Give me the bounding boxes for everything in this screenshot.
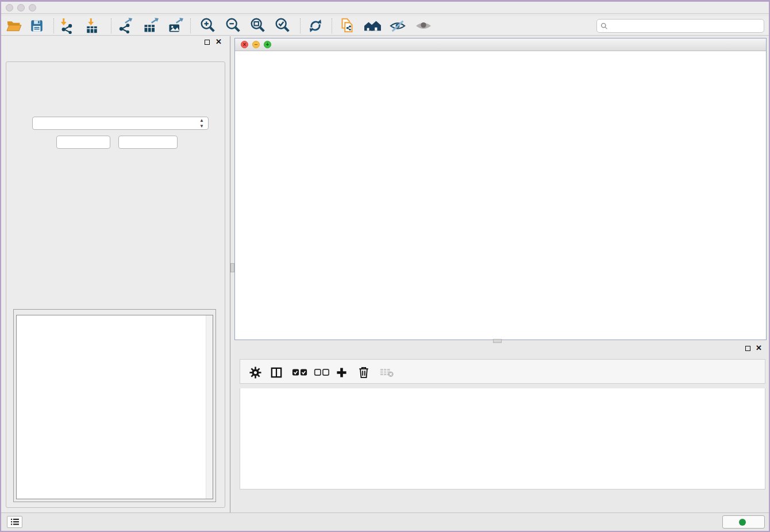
- network-canvas[interactable]: [235, 51, 766, 340]
- deselect-all-icon[interactable]: [314, 364, 330, 380]
- toolbar-separator: [332, 18, 332, 33]
- search-input[interactable]: [610, 22, 764, 30]
- memory-button[interactable]: [722, 515, 765, 529]
- fit-content-icon[interactable]: [249, 17, 267, 34]
- zoom-selected-icon[interactable]: [274, 17, 292, 34]
- refresh-icon[interactable]: [306, 17, 325, 34]
- houses-icon[interactable]: [363, 17, 382, 34]
- minimize-window-button[interactable]: [17, 4, 25, 11]
- main-toolbar: [0, 16, 770, 36]
- table-panel: ✕: [234, 342, 769, 512]
- mcds-result-group: [13, 309, 216, 502]
- delete-table-icon[interactable]: [380, 364, 394, 380]
- status-bar: [0, 512, 770, 531]
- close-table-panel-icon[interactable]: ✕: [756, 344, 762, 352]
- list-icon: [10, 518, 20, 526]
- float-panel-icon[interactable]: [205, 40, 210, 45]
- export-table-icon[interactable]: [141, 17, 160, 34]
- network-view-window: × – +: [234, 38, 767, 340]
- close-view-icon[interactable]: ×: [241, 41, 248, 48]
- mcds-tab-content: ▲▼: [6, 61, 225, 508]
- close-panel-icon[interactable]: ✕: [215, 37, 222, 46]
- duplicate-network-icon[interactable]: [338, 17, 356, 34]
- gear-icon[interactable]: [249, 364, 261, 380]
- task-history-button[interactable]: [7, 516, 22, 528]
- zoom-in-icon[interactable]: [199, 17, 217, 34]
- export-image-icon[interactable]: [166, 17, 184, 34]
- minimize-view-icon[interactable]: –: [252, 41, 260, 48]
- toolbar-separator: [53, 18, 54, 33]
- toolbar-separator: [300, 18, 301, 33]
- window-titlebar: [0, 0, 770, 14]
- horizontal-splitter-handle[interactable]: [493, 339, 502, 343]
- search-icon: [600, 22, 608, 30]
- memory-status-icon: [739, 519, 746, 526]
- vertical-splitter[interactable]: [230, 36, 234, 512]
- zoom-out-icon[interactable]: [224, 17, 242, 34]
- import-table-icon[interactable]: [83, 17, 101, 34]
- select-all-icon[interactable]: [292, 364, 308, 380]
- column-browser-icon[interactable]: [271, 364, 282, 380]
- close-panel-button[interactable]: [118, 136, 178, 149]
- run-mcds-button[interactable]: [56, 136, 110, 149]
- float-table-panel-icon[interactable]: [745, 346, 750, 351]
- import-network-icon[interactable]: [57, 17, 76, 34]
- network-graph[interactable]: [235, 51, 766, 340]
- eye-icon[interactable]: [414, 17, 433, 34]
- criterion-dropdown[interactable]: ▲▼: [32, 117, 209, 130]
- add-column-icon[interactable]: [336, 364, 347, 380]
- eye-slash-icon[interactable]: [388, 17, 407, 34]
- toolbar-separator: [111, 18, 111, 33]
- control-panel: ✕ ▲▼: [1, 36, 230, 512]
- open-folder-icon[interactable]: [5, 17, 23, 34]
- search-field[interactable]: [596, 19, 764, 33]
- dropdown-stepper-icon: ▲▼: [199, 118, 204, 129]
- node-table: [240, 388, 765, 489]
- maximize-view-icon[interactable]: +: [264, 41, 271, 48]
- table-toolbar: [240, 359, 765, 384]
- network-window-titlebar[interactable]: × – +: [235, 38, 766, 51]
- splitter-handle[interactable]: [230, 263, 234, 272]
- toolbar-separator: [190, 18, 191, 33]
- trash-icon[interactable]: [358, 364, 369, 380]
- export-network-icon[interactable]: [116, 17, 134, 34]
- maximize-window-button[interactable]: [29, 4, 36, 11]
- save-floppy-icon[interactable]: [28, 17, 46, 34]
- scrollbar-track[interactable]: [206, 315, 213, 499]
- mcds-result-list[interactable]: [16, 315, 213, 499]
- close-window-button[interactable]: [6, 4, 13, 11]
